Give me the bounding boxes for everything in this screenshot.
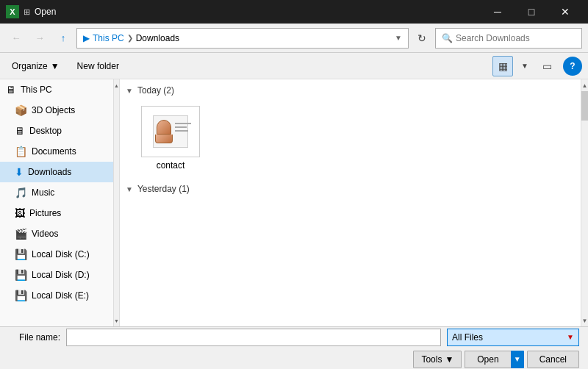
sidebar-scroll-track — [114, 91, 119, 315]
view-details-button[interactable]: ▭ — [537, 56, 557, 76]
filename-label: File name: — [9, 332, 60, 343]
organize-label: Organize — [12, 61, 48, 71]
sidebar-item-this-pc[interactable]: 🖥 This PC — [0, 79, 113, 100]
documents-label: Documents — [32, 146, 76, 157]
tools-dropdown-icon: ▼ — [445, 354, 453, 365]
cancel-button[interactable]: Cancel — [527, 351, 579, 368]
open-button-group: Open ▼ — [465, 351, 523, 368]
group-yesterday-title: Yesterday (1) — [137, 184, 190, 194]
path-downloads[interactable]: Downloads — [136, 33, 179, 43]
help-button[interactable]: ? — [563, 57, 582, 76]
contact-card-visual — [153, 115, 188, 148]
sidebar-item-videos[interactable]: 🎬 Videos — [0, 223, 113, 244]
main-content: 🖥 This PC 📦 3D Objects 🖥 Desktop 📋 Docum… — [0, 79, 588, 326]
app-name: ⊞ — [24, 7, 30, 17]
view-dropdown-button[interactable]: ▼ — [514, 56, 535, 76]
local-disk-d-label: Local Disk (D:) — [32, 270, 90, 280]
new-folder-button[interactable]: New folder — [71, 56, 125, 76]
downloads-label: Downloads — [28, 167, 71, 177]
close-button[interactable]: ✕ — [548, 0, 582, 24]
view-large-icons-button[interactable]: ▦ — [492, 56, 513, 76]
title-bar: X ⊞ Open ─ □ ✕ — [0, 0, 588, 24]
file-contact-name: contact — [157, 160, 185, 171]
music-icon: 🎵 — [15, 187, 27, 198]
sidebar-item-music[interactable]: 🎵 Music — [0, 182, 113, 203]
title-bar-controls: ─ □ ✕ — [481, 0, 582, 24]
path-dropdown-arrow[interactable]: ▼ — [395, 34, 402, 42]
sidebar-item-local-disk-e[interactable]: 💾 Local Disk (E:) — [0, 285, 113, 306]
file-contact[interactable]: contact — [137, 101, 204, 175]
group-header-yesterday[interactable]: ▼ Yesterday (1) — [126, 184, 575, 194]
file-contact-thumbnail — [141, 106, 200, 157]
sidebar-item-desktop[interactable]: 🖥 Desktop — [0, 121, 113, 141]
app-icon: X — [6, 5, 19, 18]
refresh-button[interactable]: ↻ — [412, 28, 432, 49]
maximize-button[interactable]: □ — [514, 0, 548, 24]
toolbar: Organize ▼ New folder ▦ ▼ ▭ ? — [0, 53, 588, 79]
organize-button[interactable]: Organize ▼ — [6, 56, 65, 76]
files-grid-today: contact — [126, 101, 575, 175]
group-yesterday-arrow: ▼ — [126, 185, 133, 193]
3d-objects-label: 3D Objects — [32, 105, 75, 115]
tools-label: Tools — [421, 354, 442, 365]
scroll-thumb[interactable] — [581, 91, 588, 121]
sidebar-item-pictures[interactable]: 🖼 Pictures — [0, 203, 113, 223]
filename-input[interactable] — [66, 329, 441, 346]
action-row: Tools ▼ Open ▼ Cancel — [9, 351, 579, 368]
forward-button[interactable]: → — [29, 28, 50, 49]
open-button[interactable]: Open — [465, 351, 510, 368]
videos-icon: 🎬 — [15, 228, 27, 240]
search-icon: 🔍 — [442, 33, 453, 43]
sidebar-item-downloads[interactable]: ⬇ Downloads — [0, 162, 113, 182]
local-disk-c-label: Local Disk (C:) — [32, 249, 90, 259]
documents-icon: 📋 — [15, 146, 27, 157]
new-folder-label: New folder — [77, 61, 119, 71]
local-disk-c-icon: 💾 — [15, 248, 27, 260]
minimize-button[interactable]: ─ — [481, 0, 514, 24]
this-pc-label: This PC — [21, 85, 52, 95]
title-bar-title: Open — [35, 7, 56, 17]
filename-row: File name: All Files ▼ — [9, 329, 579, 346]
toolbar-view-buttons: ▦ ▼ ▭ — [492, 56, 557, 76]
title-bar-left: X ⊞ Open — [6, 5, 56, 18]
pictures-icon: 🖼 — [15, 207, 25, 219]
music-label: Music — [32, 187, 54, 198]
desktop-icon: 🖥 — [15, 125, 25, 137]
sidebar-scrollbar[interactable]: ▲ ▼ — [114, 79, 120, 326]
local-disk-e-icon: 💾 — [15, 290, 27, 301]
path-this-pc[interactable]: ▶ — [83, 33, 90, 43]
sidebar-item-3d-objects[interactable]: 📦 3D Objects — [0, 100, 113, 121]
filetype-select[interactable]: All Files ▼ — [447, 329, 579, 346]
file-area-scrollbar[interactable]: ▲ ▼ — [581, 79, 588, 326]
scroll-up-arrow[interactable]: ▲ — [581, 79, 588, 91]
group-today: ▼ Today (2) — [126, 85, 575, 175]
pictures-label: Pictures — [29, 208, 61, 218]
this-pc-icon: 🖥 — [6, 84, 16, 96]
sidebar-item-documents[interactable]: 📋 Documents — [0, 141, 113, 162]
sidebar-item-local-disk-c[interactable]: 💾 Local Disk (C:) — [0, 244, 113, 265]
path-separator: ❯ — [127, 34, 133, 42]
organize-dropdown-icon: ▼ — [51, 61, 60, 71]
desktop-label: Desktop — [29, 126, 62, 136]
group-header-today[interactable]: ▼ Today (2) — [126, 85, 575, 96]
scroll-down-arrow[interactable]: ▼ — [581, 315, 588, 326]
filetype-dropdown-arrow: ▼ — [567, 333, 574, 341]
path-this-pc-label[interactable]: This PC — [93, 33, 124, 43]
search-input[interactable] — [456, 33, 576, 43]
local-disk-e-label: Local Disk (E:) — [32, 290, 89, 301]
up-button[interactable]: ↑ — [53, 28, 74, 49]
search-box: 🔍 — [435, 28, 582, 49]
open-dropdown-button[interactable]: ▼ — [511, 351, 524, 368]
group-today-title: Today (2) — [137, 85, 174, 96]
sidebar-scroll-up[interactable]: ▲ — [114, 79, 119, 91]
help-icon: ? — [570, 61, 575, 71]
sidebar-scroll-down[interactable]: ▼ — [114, 315, 119, 326]
sidebar: 🖥 This PC 📦 3D Objects 🖥 Desktop 📋 Docum… — [0, 79, 114, 326]
back-button[interactable]: ← — [6, 28, 26, 49]
tools-button[interactable]: Tools ▼ — [413, 351, 462, 368]
group-today-arrow: ▼ — [126, 87, 133, 95]
group-yesterday: ▼ Yesterday (1) — [126, 184, 575, 194]
videos-label: Videos — [32, 229, 58, 239]
scroll-track — [581, 91, 588, 315]
sidebar-item-local-disk-d[interactable]: 💾 Local Disk (D:) — [0, 265, 113, 285]
